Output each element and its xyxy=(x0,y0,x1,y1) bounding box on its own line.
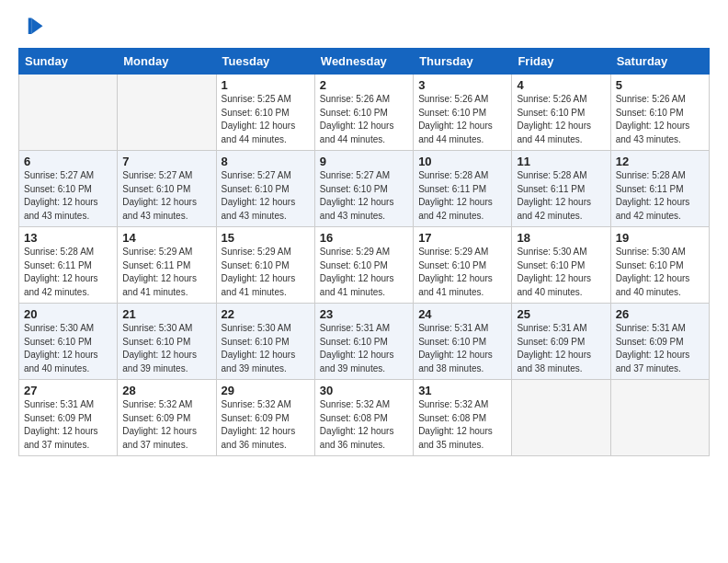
day-info: Sunrise: 5:28 AMSunset: 6:11 PMDaylight:… xyxy=(616,169,704,223)
calendar-cell: 5Sunrise: 5:26 AMSunset: 6:10 PMDaylight… xyxy=(610,75,709,151)
day-info: Sunrise: 5:30 AMSunset: 6:10 PMDaylight:… xyxy=(24,322,112,375)
day-info: Sunrise: 5:26 AMSunset: 6:10 PMDaylight:… xyxy=(616,93,704,146)
day-info: Sunrise: 5:32 AMSunset: 6:09 PMDaylight:… xyxy=(222,398,310,452)
calendar-cell: 2Sunrise: 5:26 AMSunset: 6:10 PMDaylight… xyxy=(314,75,413,151)
calendar-cell: 21Sunrise: 5:30 AMSunset: 6:10 PMDayligh… xyxy=(118,304,216,380)
calendar-cell: 11Sunrise: 5:28 AMSunset: 6:11 PMDayligh… xyxy=(512,151,610,227)
calendar-cell: 26Sunrise: 5:31 AMSunset: 6:09 PMDayligh… xyxy=(610,304,709,380)
calendar-cell: 22Sunrise: 5:30 AMSunset: 6:10 PMDayligh… xyxy=(216,304,314,380)
day-number: 19 xyxy=(616,231,704,245)
day-info: Sunrise: 5:27 AMSunset: 6:10 PMDaylight:… xyxy=(222,169,310,223)
calendar-cell: 4Sunrise: 5:26 AMSunset: 6:10 PMDaylight… xyxy=(512,75,610,151)
day-number: 30 xyxy=(320,384,408,397)
day-number: 17 xyxy=(418,231,506,245)
day-info: Sunrise: 5:28 AMSunset: 6:11 PMDaylight:… xyxy=(418,169,506,223)
svg-rect-1 xyxy=(28,18,32,35)
day-number: 5 xyxy=(616,78,704,92)
day-number: 11 xyxy=(517,155,605,168)
day-number: 3 xyxy=(418,78,506,92)
calendar-header-wednesday: Wednesday xyxy=(314,49,413,75)
calendar-week-row: 13Sunrise: 5:28 AMSunset: 6:11 PMDayligh… xyxy=(19,227,710,304)
calendar-cell: 12Sunrise: 5:28 AMSunset: 6:11 PMDayligh… xyxy=(610,151,709,227)
day-info: Sunrise: 5:31 AMSunset: 6:09 PMDaylight:… xyxy=(24,398,112,452)
day-number: 31 xyxy=(418,384,506,397)
day-number: 12 xyxy=(616,155,704,168)
calendar-cell: 14Sunrise: 5:29 AMSunset: 6:11 PMDayligh… xyxy=(118,227,216,304)
day-number: 27 xyxy=(24,384,112,397)
day-info: Sunrise: 5:30 AMSunset: 6:10 PMDaylight:… xyxy=(222,322,310,375)
day-number: 10 xyxy=(418,155,506,168)
day-info: Sunrise: 5:26 AMSunset: 6:10 PMDaylight:… xyxy=(320,93,408,146)
day-number: 15 xyxy=(222,231,310,245)
day-info: Sunrise: 5:30 AMSunset: 6:10 PMDaylight:… xyxy=(122,322,210,375)
calendar-week-row: 20Sunrise: 5:30 AMSunset: 6:10 PMDayligh… xyxy=(19,304,710,380)
calendar-cell: 20Sunrise: 5:30 AMSunset: 6:10 PMDayligh… xyxy=(19,304,118,380)
day-info: Sunrise: 5:31 AMSunset: 6:09 PMDaylight:… xyxy=(517,322,605,375)
day-number: 23 xyxy=(320,307,408,321)
day-number: 29 xyxy=(222,384,310,397)
calendar-cell xyxy=(118,75,216,151)
calendar-cell: 15Sunrise: 5:29 AMSunset: 6:10 PMDayligh… xyxy=(216,227,314,304)
day-info: Sunrise: 5:27 AMSunset: 6:10 PMDaylight:… xyxy=(24,169,112,223)
logo xyxy=(18,15,48,40)
day-number: 7 xyxy=(122,155,210,168)
calendar-header-sunday: Sunday xyxy=(19,49,118,75)
calendar-cell: 23Sunrise: 5:31 AMSunset: 6:10 PMDayligh… xyxy=(314,304,413,380)
day-number: 8 xyxy=(222,155,310,168)
day-number: 28 xyxy=(122,384,210,397)
day-info: Sunrise: 5:27 AMSunset: 6:10 PMDaylight:… xyxy=(320,169,408,223)
calendar-header-saturday: Saturday xyxy=(610,49,709,75)
calendar-cell: 18Sunrise: 5:30 AMSunset: 6:10 PMDayligh… xyxy=(512,227,610,304)
day-info: Sunrise: 5:30 AMSunset: 6:10 PMDaylight:… xyxy=(517,246,605,299)
day-info: Sunrise: 5:31 AMSunset: 6:09 PMDaylight:… xyxy=(616,322,704,375)
day-info: Sunrise: 5:32 AMSunset: 6:09 PMDaylight:… xyxy=(122,398,210,452)
day-info: Sunrise: 5:26 AMSunset: 6:10 PMDaylight:… xyxy=(517,93,605,146)
calendar-cell: 30Sunrise: 5:32 AMSunset: 6:08 PMDayligh… xyxy=(314,380,413,456)
calendar-cell: 16Sunrise: 5:29 AMSunset: 6:10 PMDayligh… xyxy=(314,227,413,304)
header xyxy=(18,15,710,40)
calendar-header-row: SundayMondayTuesdayWednesdayThursdayFrid… xyxy=(19,49,710,75)
day-info: Sunrise: 5:31 AMSunset: 6:10 PMDaylight:… xyxy=(418,322,506,375)
day-number: 4 xyxy=(517,78,605,92)
calendar-cell: 19Sunrise: 5:30 AMSunset: 6:10 PMDayligh… xyxy=(610,227,709,304)
day-info: Sunrise: 5:25 AMSunset: 6:10 PMDaylight:… xyxy=(222,93,310,146)
calendar-week-row: 6Sunrise: 5:27 AMSunset: 6:10 PMDaylight… xyxy=(19,151,710,227)
calendar-cell: 7Sunrise: 5:27 AMSunset: 6:10 PMDaylight… xyxy=(118,151,216,227)
day-info: Sunrise: 5:29 AMSunset: 6:11 PMDaylight:… xyxy=(122,246,210,299)
day-info: Sunrise: 5:30 AMSunset: 6:10 PMDaylight:… xyxy=(616,246,704,299)
day-info: Sunrise: 5:26 AMSunset: 6:10 PMDaylight:… xyxy=(418,93,506,146)
calendar-cell: 17Sunrise: 5:29 AMSunset: 6:10 PMDayligh… xyxy=(414,227,512,304)
calendar-table: SundayMondayTuesdayWednesdayThursdayFrid… xyxy=(18,48,710,456)
calendar-header-monday: Monday xyxy=(118,49,216,75)
calendar-cell: 27Sunrise: 5:31 AMSunset: 6:09 PMDayligh… xyxy=(19,380,118,456)
day-number: 24 xyxy=(418,307,506,321)
day-number: 26 xyxy=(616,307,704,321)
page: SundayMondayTuesdayWednesdayThursdayFrid… xyxy=(0,0,728,563)
calendar-cell xyxy=(610,380,709,456)
calendar-cell: 3Sunrise: 5:26 AMSunset: 6:10 PMDaylight… xyxy=(414,75,512,151)
day-info: Sunrise: 5:32 AMSunset: 6:08 PMDaylight:… xyxy=(320,398,408,452)
day-number: 1 xyxy=(222,78,310,92)
day-number: 9 xyxy=(320,155,408,168)
day-number: 13 xyxy=(24,231,112,245)
day-number: 2 xyxy=(320,78,408,92)
calendar-cell: 8Sunrise: 5:27 AMSunset: 6:10 PMDaylight… xyxy=(216,151,314,227)
day-info: Sunrise: 5:31 AMSunset: 6:10 PMDaylight:… xyxy=(320,322,408,375)
day-number: 25 xyxy=(517,307,605,321)
day-info: Sunrise: 5:29 AMSunset: 6:10 PMDaylight:… xyxy=(222,246,310,299)
calendar-cell: 28Sunrise: 5:32 AMSunset: 6:09 PMDayligh… xyxy=(118,380,216,456)
calendar-cell: 6Sunrise: 5:27 AMSunset: 6:10 PMDaylight… xyxy=(19,151,118,227)
logo-icon xyxy=(20,15,46,40)
day-number: 6 xyxy=(24,155,112,168)
day-info: Sunrise: 5:29 AMSunset: 6:10 PMDaylight:… xyxy=(418,246,506,299)
calendar-cell xyxy=(512,380,610,456)
day-number: 21 xyxy=(122,307,210,321)
day-info: Sunrise: 5:28 AMSunset: 6:11 PMDaylight:… xyxy=(517,169,605,223)
calendar-cell: 9Sunrise: 5:27 AMSunset: 6:10 PMDaylight… xyxy=(314,151,413,227)
calendar-cell: 29Sunrise: 5:32 AMSunset: 6:09 PMDayligh… xyxy=(216,380,314,456)
day-info: Sunrise: 5:29 AMSunset: 6:10 PMDaylight:… xyxy=(320,246,408,299)
day-number: 22 xyxy=(222,307,310,321)
day-number: 20 xyxy=(24,307,112,321)
calendar-cell: 24Sunrise: 5:31 AMSunset: 6:10 PMDayligh… xyxy=(414,304,512,380)
calendar-cell xyxy=(19,75,118,151)
